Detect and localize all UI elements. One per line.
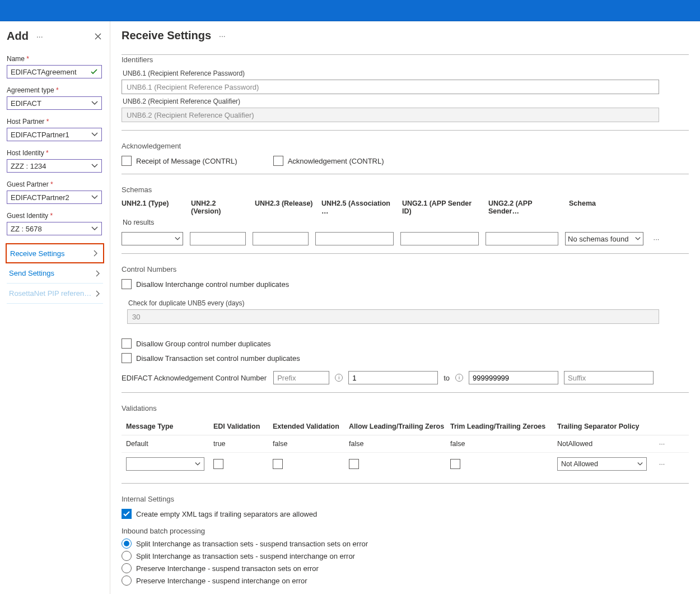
schema-input-row: No schemas found ··· <box>122 232 689 245</box>
val-lead: false <box>349 440 447 448</box>
batch-heading: Inbound batch processing <box>122 527 689 535</box>
prefix-input[interactable] <box>273 371 329 384</box>
unb62-input <box>122 108 659 122</box>
msg-type-select[interactable] <box>126 457 204 471</box>
guest-identity-value: ZZ : 5678 <box>11 225 42 233</box>
schema-select[interactable]: No schemas found <box>565 232 643 245</box>
ack-label: Acknowledgement (CONTRL) <box>288 157 384 165</box>
no-results-text: No results <box>123 219 689 226</box>
host-partner-value: EDIFACTPartner1 <box>11 131 69 139</box>
create-empty-label: Create empty XML tags if trailing separa… <box>136 510 317 518</box>
val-trim: false <box>450 440 554 448</box>
unh22-input[interactable] <box>190 232 246 245</box>
internal-header: Internal Settings <box>122 495 689 503</box>
guest-partner-select[interactable]: EDIFACTPartner2 <box>7 191 102 204</box>
receive-settings-label: Receive Settings <box>10 249 65 258</box>
batch-opt1-label: Split Interchange as transaction sets - … <box>136 540 368 548</box>
batch-opt3-radio[interactable] <box>122 563 132 573</box>
disallow-txn-checkbox[interactable] <box>122 353 132 363</box>
receive-settings-nav[interactable]: Receive Settings <box>6 243 104 263</box>
batch-opt3-label: Preserve Interchange - suspend transacto… <box>136 564 319 573</box>
start-input[interactable] <box>348 371 438 384</box>
validations-section: Validations Message Type EDI Validation … <box>122 404 689 484</box>
disallow-interchange-checkbox[interactable] <box>122 279 132 289</box>
host-identity-label: Host Identity <box>7 149 103 157</box>
row-more-icon[interactable]: ··· <box>656 460 668 468</box>
suffix-input[interactable] <box>564 371 654 384</box>
name-input[interactable]: EDIFACTAgreement <box>7 65 102 78</box>
info-icon[interactable]: i <box>335 374 343 382</box>
guest-identity-select[interactable]: ZZ : 5678 <box>7 222 102 235</box>
trail-policy-select[interactable]: Not Allowed <box>557 457 647 471</box>
to-label: to <box>444 374 450 382</box>
close-icon[interactable] <box>94 33 102 42</box>
ext-checkbox[interactable] <box>273 459 283 469</box>
host-identity-select[interactable]: ZZZ : 1234 <box>7 159 102 173</box>
val-edi: true <box>213 440 269 448</box>
rosettanet-label: RosettaNet PIP referen… <box>9 289 91 298</box>
host-partner-label: Host Partner <box>7 118 103 126</box>
more-icon[interactable]: ··· <box>36 32 43 41</box>
val-msg: Default <box>126 440 210 448</box>
row-more-icon[interactable]: ··· <box>650 235 662 243</box>
dup-label: Check for duplicate UNB5 every (days) <box>128 299 682 307</box>
validations-columns: Message Type EDI Validation Extended Val… <box>122 418 689 435</box>
agreement-type-select[interactable]: EDIFACT <box>7 96 102 110</box>
chevron-down-icon <box>91 100 98 106</box>
disallow-txn-label: Disallow Transaction set control number … <box>136 354 300 363</box>
chevron-down-icon <box>91 131 98 138</box>
ack-header: Acknowledgement <box>122 142 689 150</box>
receipt-checkbox[interactable] <box>122 156 132 166</box>
edi-checkbox[interactable] <box>213 459 223 469</box>
row-more-icon[interactable]: ··· <box>656 440 668 448</box>
name-input-value: EDIFACTAgreement <box>11 68 77 76</box>
chevron-down-icon <box>635 236 641 242</box>
more-icon[interactable]: ··· <box>219 31 226 40</box>
identifiers-section: Identifiers UNB6.1 (Recipient Reference … <box>122 54 689 131</box>
batch-opt2-label: Split Interchange as transaction sets - … <box>136 552 355 560</box>
rosettanet-nav[interactable]: RosettaNet PIP referen… <box>7 284 103 304</box>
receive-settings-panel: Receive Settings ··· Identifiers UNB6.1 … <box>110 21 700 594</box>
batch-opt4-radio[interactable] <box>122 576 132 586</box>
batch-opt2-radio[interactable] <box>122 551 132 561</box>
end-input[interactable] <box>469 371 558 384</box>
ung21-input[interactable] <box>400 232 479 245</box>
chevron-down-icon <box>91 225 98 232</box>
send-settings-nav[interactable]: Send Settings <box>7 263 103 284</box>
schemas-columns: UNH2.1 (Type) UNH2.2 (Version) UNH2.3 (R… <box>122 199 689 215</box>
add-title: Add <box>7 30 29 43</box>
schemas-header: Schemas <box>122 185 689 194</box>
guest-identity-label: Guest Identity <box>7 212 103 220</box>
unh23-input[interactable] <box>253 232 309 245</box>
trim-checkbox[interactable] <box>450 459 460 469</box>
ung22-input[interactable] <box>486 232 558 245</box>
schema-select-value: No schemas found <box>568 235 628 243</box>
unh21-select[interactable] <box>122 232 183 245</box>
validations-header: Validations <box>122 404 689 412</box>
unb61-label: UNB6.1 (Recipient Reference Password) <box>123 69 688 77</box>
chevron-right-icon <box>92 250 99 257</box>
schemas-section: Schemas UNH2.1 (Type) UNH2.2 (Version) U… <box>122 185 689 254</box>
ack-checkbox[interactable] <box>273 156 283 166</box>
info-icon[interactable]: i <box>455 374 463 382</box>
chevron-down-icon <box>195 461 200 467</box>
host-partner-select[interactable]: EDIFACTPartner1 <box>7 128 102 141</box>
lead-checkbox[interactable] <box>349 459 359 469</box>
chevron-right-icon <box>94 270 101 277</box>
chevron-down-icon <box>175 236 180 242</box>
top-bar <box>0 0 700 21</box>
disallow-group-checkbox[interactable] <box>122 338 132 349</box>
unh25-input[interactable] <box>315 232 394 245</box>
control-header: Control Numbers <box>122 265 689 273</box>
host-identity-value: ZZZ : 1234 <box>11 162 46 170</box>
val-ext: false <box>273 440 346 448</box>
name-label: Name <box>7 55 103 63</box>
agreement-type-label: Agreement type <box>7 86 103 94</box>
unb61-input[interactable] <box>122 80 659 94</box>
guest-partner-value: EDIFACTPartner2 <box>11 193 69 202</box>
internal-settings-section: Internal Settings Create empty XML tags … <box>122 495 689 586</box>
disallow-group-label: Disallow Group control number duplicates <box>136 340 271 348</box>
batch-opt1-radio[interactable] <box>122 539 132 549</box>
add-panel: Add ··· Name EDIFACTAgreement Agreement … <box>0 21 110 594</box>
create-empty-checkbox[interactable] <box>122 509 132 519</box>
